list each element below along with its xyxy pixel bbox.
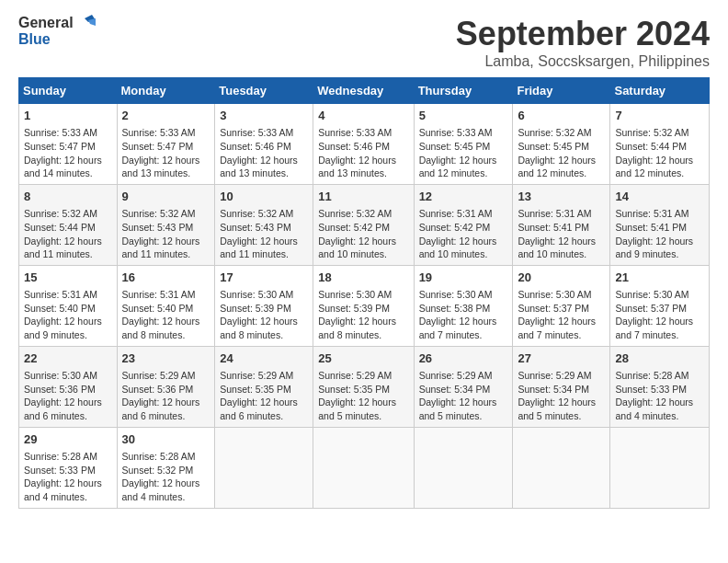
day-number: 22	[24, 350, 112, 367]
calendar-cell: 20Sunrise: 5:30 AMSunset: 5:37 PMDayligh…	[513, 265, 610, 346]
calendar-cell: 11Sunrise: 5:32 AMSunset: 5:42 PMDayligh…	[313, 184, 414, 265]
day-number: 6	[518, 108, 605, 124]
day-number: 5	[419, 108, 508, 124]
calendar-cell: 16Sunrise: 5:31 AMSunset: 5:40 PMDayligh…	[117, 265, 215, 346]
day-info: Sunrise: 5:33 AMSunset: 5:47 PMDaylight:…	[24, 126, 112, 180]
calendar-week-row: 8Sunrise: 5:32 AMSunset: 5:44 PMDaylight…	[19, 184, 710, 265]
calendar-cell: 9Sunrise: 5:32 AMSunset: 5:43 PMDaylight…	[117, 184, 215, 265]
day-info: Sunrise: 5:29 AMSunset: 5:36 PMDaylight:…	[122, 369, 210, 423]
calendar-cell	[610, 427, 710, 508]
day-number: 8	[24, 189, 112, 205]
title-area: September 2024 Lamba, Soccsksargen, Phil…	[456, 15, 710, 70]
day-number: 30	[122, 431, 210, 448]
day-info: Sunrise: 5:33 AMSunset: 5:46 PMDaylight:…	[318, 126, 408, 180]
calendar-cell: 21Sunrise: 5:30 AMSunset: 5:37 PMDayligh…	[610, 265, 710, 346]
calendar-header: SundayMondayTuesdayWednesdayThursdayFrid…	[19, 78, 710, 104]
day-number: 29	[24, 431, 112, 448]
weekday-header: Thursday	[414, 78, 513, 104]
day-number: 17	[220, 270, 308, 286]
day-number: 28	[615, 350, 704, 367]
calendar-cell: 28Sunrise: 5:28 AMSunset: 5:33 PMDayligh…	[610, 346, 710, 427]
weekday-header: Tuesday	[215, 78, 313, 104]
day-info: Sunrise: 5:29 AMSunset: 5:34 PMDaylight:…	[518, 369, 605, 423]
calendar-cell: 15Sunrise: 5:31 AMSunset: 5:40 PMDayligh…	[19, 265, 118, 346]
day-number: 23	[122, 350, 210, 367]
day-info: Sunrise: 5:30 AMSunset: 5:39 PMDaylight:…	[318, 288, 408, 342]
calendar-cell: 26Sunrise: 5:29 AMSunset: 5:34 PMDayligh…	[414, 346, 513, 427]
calendar-table: SundayMondayTuesdayWednesdayThursdayFrid…	[18, 77, 710, 509]
day-info: Sunrise: 5:33 AMSunset: 5:47 PMDaylight:…	[122, 126, 210, 180]
calendar-cell: 12Sunrise: 5:31 AMSunset: 5:42 PMDayligh…	[414, 184, 513, 265]
day-number: 11	[318, 189, 408, 205]
day-number: 9	[122, 189, 210, 205]
calendar-cell: 22Sunrise: 5:30 AMSunset: 5:36 PMDayligh…	[19, 346, 118, 427]
calendar-cell: 1Sunrise: 5:33 AMSunset: 5:47 PMDaylight…	[19, 104, 118, 185]
day-number: 10	[220, 189, 308, 205]
day-info: Sunrise: 5:32 AMSunset: 5:44 PMDaylight:…	[24, 207, 112, 261]
day-info: Sunrise: 5:32 AMSunset: 5:44 PMDaylight:…	[615, 126, 704, 180]
day-info: Sunrise: 5:29 AMSunset: 5:35 PMDaylight:…	[318, 369, 408, 423]
day-info: Sunrise: 5:32 AMSunset: 5:43 PMDaylight:…	[220, 207, 308, 261]
day-number: 27	[518, 350, 605, 367]
day-number: 4	[318, 108, 408, 124]
calendar-week-row: 15Sunrise: 5:31 AMSunset: 5:40 PMDayligh…	[19, 265, 710, 346]
weekday-header: Friday	[513, 78, 610, 104]
day-number: 19	[419, 270, 508, 286]
day-info: Sunrise: 5:31 AMSunset: 5:42 PMDaylight:…	[419, 207, 508, 261]
calendar-cell: 8Sunrise: 5:32 AMSunset: 5:44 PMDaylight…	[19, 184, 118, 265]
calendar-cell: 27Sunrise: 5:29 AMSunset: 5:34 PMDayligh…	[513, 346, 610, 427]
header: General Blue September 2024 Lamba, Soccs…	[18, 15, 710, 70]
day-info: Sunrise: 5:31 AMSunset: 5:40 PMDaylight:…	[122, 288, 210, 342]
weekday-header: Saturday	[610, 78, 710, 104]
day-number: 18	[318, 270, 408, 286]
calendar-cell: 30Sunrise: 5:28 AMSunset: 5:32 PMDayligh…	[117, 427, 215, 508]
day-info: Sunrise: 5:31 AMSunset: 5:41 PMDaylight:…	[615, 207, 704, 261]
calendar-week-row: 22Sunrise: 5:30 AMSunset: 5:36 PMDayligh…	[19, 346, 710, 427]
day-info: Sunrise: 5:30 AMSunset: 5:37 PMDaylight:…	[615, 288, 704, 342]
day-info: Sunrise: 5:31 AMSunset: 5:41 PMDaylight:…	[518, 207, 605, 261]
day-number: 15	[24, 270, 112, 286]
day-number: 7	[615, 108, 704, 124]
day-info: Sunrise: 5:28 AMSunset: 5:33 PMDaylight:…	[615, 369, 704, 423]
day-info: Sunrise: 5:30 AMSunset: 5:36 PMDaylight:…	[24, 369, 112, 423]
weekday-header: Sunday	[19, 78, 118, 104]
calendar-cell: 29Sunrise: 5:28 AMSunset: 5:33 PMDayligh…	[19, 427, 118, 508]
month-title: September 2024	[456, 15, 710, 53]
calendar-cell	[313, 427, 414, 508]
calendar-cell: 23Sunrise: 5:29 AMSunset: 5:36 PMDayligh…	[117, 346, 215, 427]
day-info: Sunrise: 5:30 AMSunset: 5:37 PMDaylight:…	[518, 288, 605, 342]
location-title: Lamba, Soccsksargen, Philippines	[456, 53, 710, 70]
calendar-cell: 3Sunrise: 5:33 AMSunset: 5:46 PMDaylight…	[215, 104, 313, 185]
day-number: 13	[518, 189, 605, 205]
calendar-cell	[414, 427, 513, 508]
calendar-cell: 5Sunrise: 5:33 AMSunset: 5:45 PMDaylight…	[414, 104, 513, 185]
calendar-cell: 6Sunrise: 5:32 AMSunset: 5:45 PMDaylight…	[513, 104, 610, 185]
calendar-cell: 18Sunrise: 5:30 AMSunset: 5:39 PMDayligh…	[313, 265, 414, 346]
day-number: 24	[220, 350, 308, 367]
calendar-cell: 13Sunrise: 5:31 AMSunset: 5:41 PMDayligh…	[513, 184, 610, 265]
day-number: 20	[518, 270, 605, 286]
day-info: Sunrise: 5:32 AMSunset: 5:45 PMDaylight:…	[518, 126, 605, 180]
calendar-week-row: 1Sunrise: 5:33 AMSunset: 5:47 PMDaylight…	[19, 104, 710, 185]
weekday-header: Monday	[117, 78, 215, 104]
day-info: Sunrise: 5:28 AMSunset: 5:32 PMDaylight:…	[122, 450, 210, 504]
calendar-cell: 17Sunrise: 5:30 AMSunset: 5:39 PMDayligh…	[215, 265, 313, 346]
calendar-week-row: 29Sunrise: 5:28 AMSunset: 5:33 PMDayligh…	[19, 427, 710, 508]
calendar-cell	[215, 427, 313, 508]
logo-bird-icon	[75, 15, 96, 31]
day-number: 1	[24, 108, 112, 124]
logo: General Blue	[18, 15, 96, 48]
calendar-cell: 19Sunrise: 5:30 AMSunset: 5:38 PMDayligh…	[414, 265, 513, 346]
day-info: Sunrise: 5:29 AMSunset: 5:34 PMDaylight:…	[419, 369, 508, 423]
day-info: Sunrise: 5:31 AMSunset: 5:40 PMDaylight:…	[24, 288, 112, 342]
day-number: 16	[122, 270, 210, 286]
calendar-cell: 14Sunrise: 5:31 AMSunset: 5:41 PMDayligh…	[610, 184, 710, 265]
day-info: Sunrise: 5:32 AMSunset: 5:43 PMDaylight:…	[122, 207, 210, 261]
calendar-cell	[513, 427, 610, 508]
day-number: 12	[419, 189, 508, 205]
calendar-cell: 2Sunrise: 5:33 AMSunset: 5:47 PMDaylight…	[117, 104, 215, 185]
day-info: Sunrise: 5:33 AMSunset: 5:46 PMDaylight:…	[220, 126, 308, 180]
day-number: 2	[122, 108, 210, 124]
day-info: Sunrise: 5:30 AMSunset: 5:38 PMDaylight:…	[419, 288, 508, 342]
day-info: Sunrise: 5:29 AMSunset: 5:35 PMDaylight:…	[220, 369, 308, 423]
